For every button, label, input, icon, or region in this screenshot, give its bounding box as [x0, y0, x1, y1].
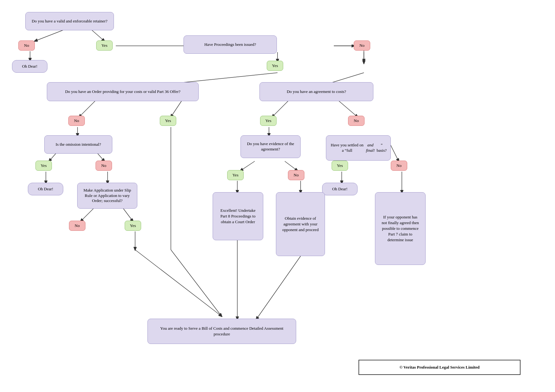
agreement-question: Do you have an agreement to costs?	[259, 82, 373, 101]
omission-no: No	[96, 161, 112, 171]
slip-no: No	[69, 221, 85, 231]
excellent-result: Excellent! Undertake Part 8 Proceedings …	[213, 192, 263, 240]
agreement-no: No	[348, 116, 365, 126]
retainer-question: Do you have a valid and enforceable reta…	[25, 12, 114, 30]
evidence-question: Do you have evidence of the agreement?	[240, 135, 301, 158]
order-no: No	[68, 116, 85, 126]
svg-line-21	[81, 209, 93, 221]
serve-bill-result: You are ready to Serve a Bill of Costs a…	[147, 319, 296, 344]
order-yes: Yes	[160, 116, 176, 126]
oh-dear-1: Oh Dear!	[12, 60, 47, 73]
slip-rule-question: Make Application under Slip Rule or Appl…	[77, 183, 137, 209]
oh-dear-3: Oh Dear!	[322, 183, 358, 195]
copyright-notice: © Veritas Professional Legal Services Li…	[359, 360, 521, 375]
svg-line-29	[285, 161, 297, 171]
evidence-no: No	[288, 170, 304, 180]
flowchart-container: Do you have a valid and enforceable reta…	[0, 0, 555, 392]
proceedings-yes: Yes	[267, 61, 283, 71]
obtain-evidence-result: Obtain evidence of agreement with your o…	[276, 192, 325, 256]
svg-line-2	[92, 30, 104, 41]
svg-line-22	[123, 209, 133, 221]
part7-result: If your opponent has not finally agreed …	[375, 192, 426, 265]
svg-line-1	[35, 30, 63, 41]
oh-dear-2: Oh Dear!	[28, 183, 63, 195]
full-final-no: No	[391, 161, 407, 171]
svg-line-28	[240, 161, 255, 171]
proceedings-no: No	[354, 40, 370, 51]
retainer-yes: Yes	[96, 40, 113, 51]
agreement-yes: Yes	[260, 116, 277, 126]
svg-line-26	[171, 250, 221, 316]
slip-yes: Yes	[125, 221, 141, 231]
evidence-yes: Yes	[227, 170, 244, 180]
omission-yes: Yes	[35, 161, 52, 171]
omission-question: Is the omission intentional?	[44, 135, 112, 154]
full-final-yes: Yes	[332, 161, 348, 171]
svg-line-25	[135, 250, 221, 316]
retainer-no: No	[18, 40, 35, 51]
proceedings-question: Have Proceedings been issued?	[184, 35, 277, 54]
svg-line-33	[256, 256, 301, 319]
order-question: Do you have an Order providing for your …	[47, 82, 199, 101]
full-final-question: Have you settled on a “full and final!” …	[326, 135, 391, 161]
